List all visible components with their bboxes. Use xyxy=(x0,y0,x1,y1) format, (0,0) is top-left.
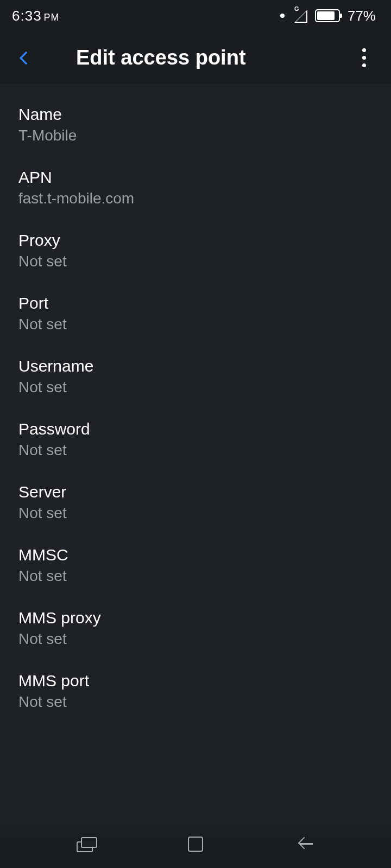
setting-value: Not set xyxy=(18,505,373,522)
setting-value: Not set xyxy=(18,253,373,270)
more-vertical-icon xyxy=(362,48,366,52)
setting-row-port[interactable]: Port Not set xyxy=(0,285,391,348)
setting-row-mms-port[interactable]: MMS port Not set xyxy=(0,663,391,726)
nav-recent-button[interactable] xyxy=(76,833,98,855)
more-vertical-icon xyxy=(362,63,366,67)
chevron-left-icon xyxy=(19,51,33,65)
nav-back-button[interactable] xyxy=(293,833,315,855)
setting-label: Port xyxy=(18,294,373,312)
setting-label: Server xyxy=(18,483,373,501)
setting-value: Not set xyxy=(18,442,373,459)
nav-home-button[interactable] xyxy=(185,833,206,855)
app-bar: Edit access point xyxy=(0,31,391,85)
setting-value: Not set xyxy=(18,630,373,648)
back-arrow-icon xyxy=(297,837,312,852)
setting-label: MMS port xyxy=(18,672,373,690)
system-nav-bar xyxy=(0,820,391,868)
battery-percent: 77% xyxy=(348,8,376,24)
notification-dot-icon xyxy=(280,14,285,18)
battery-icon xyxy=(315,9,340,22)
setting-value: Not set xyxy=(18,567,373,585)
clock-time: 6:33 xyxy=(12,8,42,24)
cellular-signal-icon: G xyxy=(292,9,307,23)
setting-row-mms-proxy[interactable]: MMS proxy Not set xyxy=(0,600,391,663)
clock-ampm: PM xyxy=(44,12,60,23)
setting-label: Password xyxy=(18,420,373,438)
setting-row-proxy[interactable]: Proxy Not set xyxy=(0,222,391,285)
setting-value: T-Mobile xyxy=(18,127,373,144)
setting-label: MMS proxy xyxy=(18,609,373,627)
setting-row-apn[interactable]: APN fast.t-mobile.com xyxy=(0,159,391,222)
setting-row-name[interactable]: Name T-Mobile xyxy=(0,97,391,159)
setting-row-password[interactable]: Password Not set xyxy=(0,411,391,474)
setting-label: APN xyxy=(18,168,373,187)
setting-row-server[interactable]: Server Not set xyxy=(0,474,391,537)
setting-value: Not set xyxy=(18,379,373,396)
setting-value: Not set xyxy=(18,316,373,333)
setting-label: Name xyxy=(18,105,373,124)
status-icons: G 77% xyxy=(280,8,376,24)
setting-value: fast.t-mobile.com xyxy=(18,190,373,207)
page-title: Edit access point xyxy=(76,46,348,69)
status-time: 6:33 PM xyxy=(12,8,60,24)
setting-label: Proxy xyxy=(18,231,373,250)
setting-label: Username xyxy=(18,357,373,375)
back-button[interactable] xyxy=(0,31,49,84)
status-bar: 6:33 PM G 77% xyxy=(0,0,391,31)
setting-row-mmsc[interactable]: MMSC Not set xyxy=(0,537,391,600)
setting-label: MMSC xyxy=(18,546,373,564)
home-icon xyxy=(188,837,203,852)
settings-list: Name T-Mobile APN fast.t-mobile.com Prox… xyxy=(0,85,391,726)
setting-row-username[interactable]: Username Not set xyxy=(0,348,391,411)
more-vertical-icon xyxy=(362,56,366,60)
setting-value: Not set xyxy=(18,693,373,711)
more-menu-button[interactable] xyxy=(348,42,380,74)
recent-apps-icon xyxy=(79,838,95,850)
